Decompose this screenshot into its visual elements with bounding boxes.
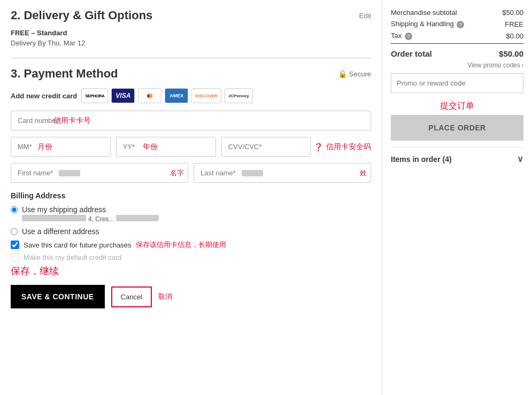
last-name-blur [242, 170, 263, 176]
items-in-order-label: Items in order (4) [391, 155, 452, 164]
save-card-checkbox[interactable] [11, 241, 19, 249]
place-order-chinese: 提交订单 [391, 100, 523, 112]
default-card-label: Make this my default credit card [24, 253, 122, 261]
last-name-field-wrapper: 姓 [194, 163, 371, 183]
payment-header: 3. Payment Method 🔒 Secure [11, 67, 371, 81]
place-order-button[interactable]: PLACE ORDER [391, 115, 523, 141]
order-total-label: Order total [391, 49, 432, 58]
tax-row: Tax ? $0.00 [391, 32, 523, 40]
save-continue-button[interactable]: SAVE & CONTINUE [11, 285, 105, 308]
cvv-field-wrapper: ❓ 信用卡安全码 [221, 137, 371, 157]
items-in-order-row[interactable]: Items in order (4) ∨ [391, 147, 523, 164]
address-text: 4, Cres... [88, 215, 114, 223]
sephora-logo: SEPHORA [81, 88, 108, 103]
use-different-row[interactable]: Use a different address [11, 227, 371, 236]
name-row: 名字 姓 [11, 163, 371, 183]
discover-logo: DISCOVER [191, 88, 221, 103]
card-number-input[interactable] [11, 111, 371, 130]
section-divider [11, 58, 371, 58]
use-shipping-radio[interactable] [11, 206, 18, 213]
add-card-row: Add new credit card SEPHORA VISA ●● AMEX… [11, 88, 371, 103]
tax-amount: $0.00 [506, 32, 523, 40]
add-card-label: Add new credit card [11, 92, 77, 100]
default-card-row[interactable]: Make this my default credit card [11, 253, 371, 261]
save-card-label: Save this card for future purchases [24, 241, 132, 249]
save-card-row[interactable]: Save this card for future purchases 保存该信… [11, 240, 371, 250]
month-field-wrapper: 月份 [11, 137, 111, 157]
delivery-date: Delivery By Thu, Mar 12 [11, 39, 371, 47]
first-name-input[interactable] [11, 163, 188, 183]
first-name-annotation: 名字 [170, 168, 184, 178]
address-blurred-1 [22, 215, 86, 221]
lock-icon: 🔒 [338, 69, 347, 78]
merchandise-amount: $50.00 [502, 9, 523, 17]
month-input[interactable] [11, 137, 111, 157]
year-input[interactable] [116, 137, 216, 157]
tax-label: Tax ? [391, 32, 412, 40]
use-shipping-row[interactable]: Use my shipping address 4, Cres... [11, 205, 371, 223]
date-cvv-row: 月份 年份 ❓ 信用卡安全码 [11, 137, 371, 157]
delivery-section: 2. Delivery & Gift Options Edit FREE – S… [11, 9, 371, 47]
billing-title: Billing Address [11, 191, 371, 200]
delivery-edit-link[interactable]: Edit [359, 12, 371, 20]
billing-address-section: Billing Address Use my shipping address … [11, 191, 371, 261]
use-different-label: Use a different address [22, 227, 99, 236]
last-name-input[interactable] [194, 163, 371, 183]
delivery-free-label: FREE – Standard [11, 29, 371, 37]
default-card-checkbox[interactable] [11, 253, 19, 261]
visa-logo: VISA [111, 88, 135, 103]
year-annotation: 年份 [143, 142, 158, 152]
order-total-amount: $50.00 [499, 49, 523, 58]
month-annotation: 月份 [37, 142, 52, 152]
year-field-wrapper: 年份 [116, 137, 216, 157]
items-chevron-icon: ∨ [517, 154, 523, 164]
secure-label: 🔒 Secure [338, 69, 371, 78]
cvv-help-icon[interactable]: ❓ [314, 143, 323, 151]
mastercard-logo: ●● [138, 88, 161, 103]
button-row: SAVE & CONTINUE Cancel 取消 [11, 285, 371, 308]
save-card-annotation: 保存该信用卡信息，长期使用 [136, 240, 226, 250]
amex-logo: AMEX [165, 88, 188, 103]
promo-input[interactable] [391, 73, 523, 93]
order-summary-sidebar: Merchandise subtotal $50.00 Shipping & H… [382, 0, 532, 395]
tax-help-icon[interactable]: ? [405, 33, 412, 40]
first-name-field-wrapper: 名字 [11, 163, 188, 183]
promo-chevron-icon: › [521, 61, 523, 69]
first-name-blur [59, 170, 80, 176]
card-logos: SEPHORA VISA ●● AMEX DISCOVER JCPenney [81, 88, 253, 103]
cancel-annotation: 取消 [158, 292, 172, 301]
merchandise-row: Merchandise subtotal $50.00 [391, 9, 523, 17]
card-number-field-row: 信用卡卡号 [11, 111, 371, 130]
cvv-annotation: 信用卡安全码 [326, 142, 371, 152]
shipping-label: Shipping & Handling ? [391, 20, 464, 28]
shipping-amount: FREE [505, 20, 523, 28]
use-different-radio[interactable] [11, 228, 18, 235]
use-shipping-label: Use my shipping address 4, Cres... [22, 205, 159, 223]
jcp-logo: JCPenney [225, 88, 253, 103]
shipping-help-icon[interactable]: ? [457, 21, 464, 28]
delivery-section-title: 2. Delivery & Gift Options Edit [11, 9, 371, 22]
save-annotation: 保存，继续 [11, 266, 59, 276]
order-total-row: Order total $50.00 [391, 43, 523, 58]
last-name-annotation: 姓 [360, 168, 367, 178]
payment-section: 3. Payment Method 🔒 Secure Add new credi… [11, 67, 371, 308]
shipping-row: Shipping & Handling ? FREE [391, 20, 523, 28]
cancel-button[interactable]: Cancel [111, 286, 152, 307]
cvv-input[interactable] [221, 137, 311, 157]
payment-title: 3. Payment Method [11, 67, 118, 81]
address-blurred-2 [116, 215, 159, 221]
save-annotation-text: 保存，继续 [11, 265, 371, 277]
delivery-title-text: 2. Delivery & Gift Options [11, 9, 152, 22]
merchandise-label: Merchandise subtotal [391, 9, 457, 17]
view-promo-link[interactable]: View promo codes › [391, 61, 523, 69]
